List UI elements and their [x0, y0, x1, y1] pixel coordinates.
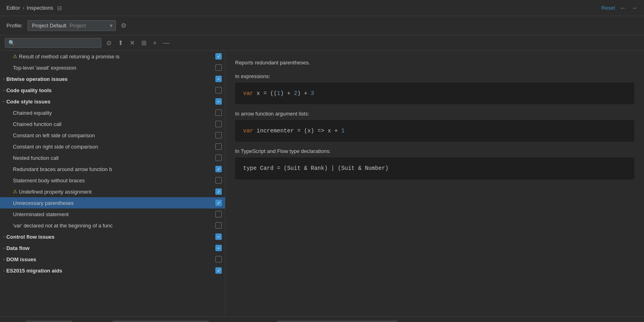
checkbox-nested-func[interactable]	[215, 155, 222, 161]
tree-item-chained-function[interactable]: Chained function call	[0, 118, 225, 130]
section2: In arrow function argument lists: var in…	[235, 111, 634, 142]
tree-item-label: Undefined property assignment	[19, 189, 215, 195]
tree-chevron-icon: ›	[3, 246, 5, 250]
tree-item-stmt-body[interactable]: Statement body without braces	[0, 175, 225, 186]
warning-icon: ⚠	[13, 189, 17, 194]
tree-item-bitwise[interactable]: › Bitwise operation issues	[0, 73, 225, 85]
header-right: Reset ← →	[601, 4, 638, 12]
tree-item-label: Nested function call	[13, 155, 215, 161]
tree-item-label: Redundant braces around arrow function b	[13, 166, 215, 172]
profile-chevron-icon: ▾	[110, 23, 113, 29]
profile-select-wrapper: Project Default Project ▾	[27, 20, 116, 31]
checkbox-dom-issues[interactable]	[215, 256, 222, 262]
collapse-button[interactable]: ✕	[128, 38, 136, 47]
profile-project-text: Project	[70, 23, 86, 29]
tree-item-label: ES2015 migration aids	[6, 268, 215, 274]
editor-breadcrumb[interactable]: Editor	[6, 5, 20, 11]
checkbox-var-declared[interactable]	[215, 222, 222, 229]
tree-item-dom-issues[interactable]: › DOM issues	[0, 254, 225, 265]
tree-chevron-icon: ›	[2, 101, 6, 102]
checkbox-chained-function[interactable]	[215, 121, 222, 127]
profile-select[interactable]: Project Default Project ▾	[27, 20, 116, 31]
search-icon: 🔍	[8, 40, 15, 46]
code-block-1: var x = ((1) + 2) + 3	[235, 83, 634, 104]
tree-item-const-right[interactable]: Constant on right side of comparison	[0, 141, 225, 152]
header: Editor › Inspections ⊟ Reset ← →	[0, 0, 644, 16]
page-icon: ⊟	[57, 5, 62, 11]
code-block-2: var incrementer = (x) => x + 1	[235, 120, 634, 142]
tree-item-unnec-parens[interactable]: Unnecessary parentheses	[0, 197, 225, 208]
profile-row: Profile: Project Default Project ▾ ⚙	[0, 16, 644, 35]
tree-item-label: Code quality tools	[6, 87, 215, 93]
checkbox-bitwise[interactable]	[215, 76, 222, 82]
tree-item-var-declared[interactable]: 'var' declared not at the beginning of a…	[0, 220, 225, 231]
tree-item-label: 'var' declared not at the beginning of a…	[13, 223, 215, 229]
tree-item-const-left[interactable]: Constant on left side of comparison	[0, 130, 225, 141]
tree-item-label: DOM issues	[6, 256, 215, 262]
tree-item-top-await[interactable]: Top-level 'await' expression	[0, 62, 225, 73]
tree-item-undef-prop[interactable]: ⚠ Undefined property assignment	[0, 186, 225, 197]
tree-item-label: Data flow	[6, 245, 215, 251]
inspections-breadcrumb: Inspections	[27, 5, 53, 11]
tree-item-code-style[interactable]: › Code style issues	[0, 96, 225, 107]
profile-label: Profile:	[6, 23, 23, 29]
checkbox-redundant-braces[interactable]	[215, 166, 222, 172]
tree-item-chained-equality[interactable]: Chained equality	[0, 107, 225, 118]
checkbox-unnec-parens[interactable]	[215, 200, 222, 206]
checkbox-control-flow[interactable]	[215, 233, 222, 240]
expand-button[interactable]: ⬆	[116, 38, 125, 47]
section3: In TypeScript and Flow type declarations…	[235, 148, 634, 179]
tree-item-label: Control flow issues	[6, 234, 215, 240]
toolbar: 🔍 ⊘ ⬆ ✕ ⊞ + —	[0, 35, 644, 51]
tree-item-label: Code style issues	[6, 99, 215, 105]
tree-item-es2015[interactable]: › ES2015 migration aids	[0, 265, 225, 276]
remove-button[interactable]: —	[161, 39, 171, 47]
tree-item-result-method[interactable]: ⚠ Result of method call returning a prom…	[0, 51, 225, 62]
warning-icon: ⚠	[13, 54, 17, 59]
checkbox-undef-prop[interactable]	[215, 188, 222, 195]
checkbox-chained-equality[interactable]	[215, 109, 222, 116]
checkbox-stmt-body[interactable]	[215, 177, 222, 184]
tree-item-nested-func[interactable]: Nested function call	[0, 152, 225, 163]
breadcrumb-chevron: ›	[23, 5, 24, 11]
tree-item-label: Chained function call	[13, 121, 215, 127]
checkbox-code-style[interactable]	[215, 98, 222, 105]
detail-panel: Reports redundant parentheses. In expres…	[225, 51, 644, 316]
bottom-bar: Scope: In All Scopes Severity: No highli…	[0, 316, 644, 322]
tree-item-label: Statement body without braces	[13, 178, 215, 184]
gear-icon[interactable]: ⚙	[121, 22, 126, 29]
tree-chevron-icon: ›	[3, 257, 5, 262]
search-input[interactable]	[17, 40, 98, 46]
tree-item-code-quality[interactable]: › Code quality tools	[0, 85, 225, 96]
checkbox-data-flow[interactable]	[215, 245, 222, 251]
tree-chevron-icon: ›	[3, 268, 5, 273]
tree-item-label: Chained equality	[13, 110, 215, 116]
section1: In expressions: var x = ((1) + 2) + 3	[235, 73, 634, 104]
section3-label: In TypeScript and Flow type declarations…	[235, 148, 634, 154]
checkbox-top-await[interactable]	[215, 64, 222, 71]
nav-back-button[interactable]: ←	[620, 4, 626, 12]
tree-item-label: Unnecessary parentheses	[13, 200, 215, 206]
expand-all-button[interactable]: ⊞	[140, 38, 148, 47]
profile-value: Project Default	[32, 23, 66, 29]
checkbox-const-left[interactable]	[215, 132, 222, 138]
tree-item-control-flow[interactable]: › Control flow issues	[0, 231, 225, 242]
tree-item-untermed-stmt[interactable]: Unterminated statement	[0, 208, 225, 220]
checkbox-const-right[interactable]	[215, 143, 222, 150]
tree-chevron-icon: ›	[3, 88, 5, 93]
search-box: 🔍	[5, 38, 101, 48]
tree-item-redundant-braces[interactable]: Redundant braces around arrow function b	[0, 163, 225, 175]
code-block-3: type Card = (Suit & Rank) | (Suit & Numb…	[235, 157, 634, 179]
checkbox-code-quality[interactable]	[215, 87, 222, 93]
checkbox-untermed-stmt[interactable]	[215, 211, 222, 217]
nav-forward-button[interactable]: →	[631, 4, 638, 12]
tree-chevron-icon: ›	[3, 234, 5, 239]
tree-item-data-flow[interactable]: › Data flow	[0, 242, 225, 254]
checkbox-es2015[interactable]	[215, 267, 222, 274]
tree-item-label: Result of method call returning a promis…	[19, 54, 215, 60]
tree-item-label: Constant on left side of comparison	[13, 132, 215, 138]
filter-button[interactable]: ⊘	[105, 38, 113, 47]
reset-button[interactable]: Reset	[601, 5, 615, 11]
checkbox-result-method[interactable]	[215, 53, 222, 60]
add-button[interactable]: +	[151, 39, 158, 47]
